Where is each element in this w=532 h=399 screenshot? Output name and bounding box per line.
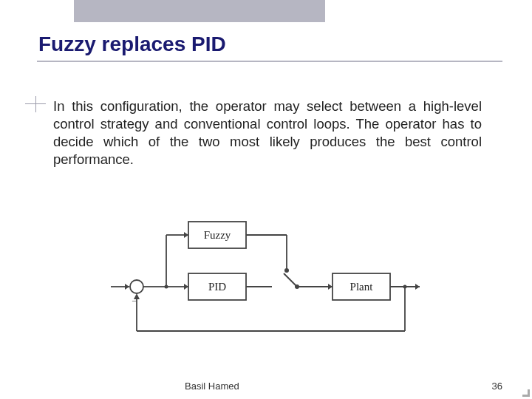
plant-block-label: Plant [350, 281, 374, 293]
fuzzy-block-label: Fuzzy [204, 229, 231, 241]
svg-marker-1 [125, 284, 129, 290]
page-title: Fuzzy replaces PID [38, 33, 226, 56]
svg-point-15 [284, 268, 289, 273]
decorative-top-bar [74, 0, 325, 22]
svg-line-16 [284, 273, 297, 287]
body-paragraph: In this configuration, the operator may … [53, 98, 482, 168]
block-diagram: − Fuzzy PID Plant [111, 205, 421, 353]
footer-author: Basil Hamed [185, 381, 239, 392]
svg-marker-22 [415, 284, 420, 290]
pid-block-label: PID [208, 281, 226, 293]
corner-decoration [522, 389, 530, 397]
svg-point-2 [130, 280, 143, 293]
footer-page-number: 36 [492, 381, 502, 392]
title-underline [37, 61, 502, 62]
